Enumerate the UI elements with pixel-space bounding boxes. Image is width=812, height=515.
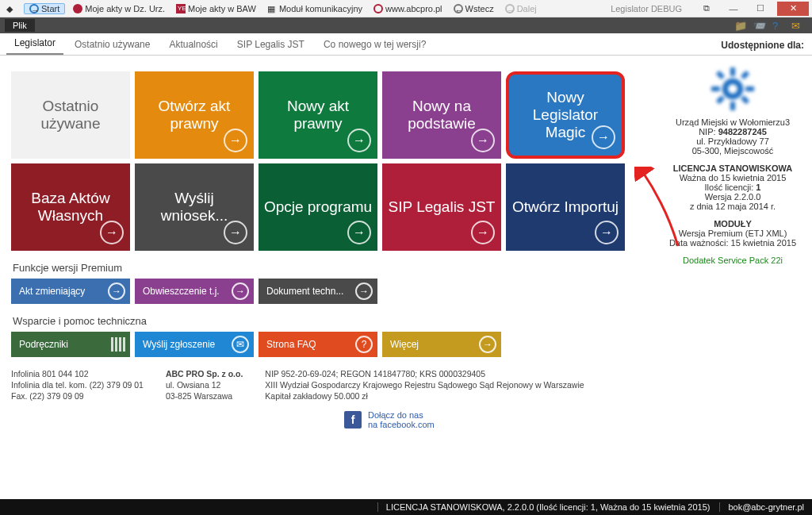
svg-rect-7 xyxy=(741,95,749,104)
nav-modul-kom[interactable]: ▦Moduł komunikacyjny xyxy=(264,3,366,14)
tab-aktualnosci[interactable]: Aktualności xyxy=(161,35,225,55)
tile-nowy-akt[interactable]: Nowy akt prawny→ xyxy=(259,71,377,159)
arrow-icon: → xyxy=(347,129,371,152)
org-addr2: 05-300, Miejscowość xyxy=(660,146,806,156)
status-license: LICENCJA STANOWISKOWA, 2.2.0.0 (Ilość li… xyxy=(377,502,710,512)
company-info: Infolinia 801 044 102 Infolinia dla tel.… xyxy=(11,368,644,402)
shared-for-label: Udostępnione dla: xyxy=(721,40,804,51)
stile-dokument-techn[interactable]: Dokument techn...→ xyxy=(259,279,377,304)
mail-icon: ✉ xyxy=(232,336,249,353)
tile-sip-legalis[interactable]: SIP Legalis JST→ xyxy=(382,163,501,251)
top-toolbar: ◆ → Start Moje akty w Dz. Urz. YEMoje ak… xyxy=(0,0,812,17)
infolinia-fax: Fax. (22) 379 09 09 xyxy=(11,390,144,402)
help-icon: ? xyxy=(355,336,373,353)
org-name: Urząd Miejski w Wołomierzu3 xyxy=(660,117,806,127)
nav-diamond-icon[interactable]: ◆ xyxy=(3,3,19,14)
stile-wiecej[interactable]: Więcej→ xyxy=(382,332,501,357)
arrow-icon: → xyxy=(100,221,124,244)
stile-podreczniki[interactable]: Podręczniki xyxy=(11,332,130,357)
svg-rect-5 xyxy=(745,86,754,91)
modules-header: MODUŁY xyxy=(714,219,752,229)
facebook-icon: f xyxy=(344,411,362,429)
support-heading: Wsparcie i pomoc techniczna xyxy=(13,315,644,327)
toolbar-folder-icon[interactable]: 📁 xyxy=(734,20,745,31)
svg-point-1 xyxy=(728,84,737,94)
arrow-icon: → xyxy=(595,221,619,244)
arrow-icon: → xyxy=(479,336,496,353)
company-capital: Kapitał zakładowy 50.000 zł xyxy=(265,390,584,402)
tab-sip-legalis[interactable]: SIP Legalis JST xyxy=(229,35,312,55)
arrow-icon: → xyxy=(232,282,249,300)
tile-nowy-podstawie[interactable]: Nowy na podstawie→ xyxy=(382,71,501,159)
infolinia-2: Infolinia dla tel. kom. (22) 379 09 01 xyxy=(11,379,144,390)
tile-opcje[interactable]: Opcje programu→ xyxy=(259,163,377,251)
nav-forward: →Dalej xyxy=(502,3,540,14)
svg-rect-6 xyxy=(716,71,725,79)
svg-rect-3 xyxy=(730,102,735,110)
nav-moje-baw[interactable]: YEMoje akty w BAW xyxy=(173,3,259,14)
window-restore-icon[interactable]: ⧉ xyxy=(696,2,717,16)
premium-heading: Funkcje wersji Premium xyxy=(13,262,644,274)
service-pack-link[interactable]: Dodatek Service Pack 22i xyxy=(660,256,806,265)
nav-moje-dz[interactable]: Moje akty w Dz. Urz. xyxy=(70,3,168,14)
tile-otworz-akt[interactable]: Otwórz akt prawny→ xyxy=(135,71,254,159)
company-name: ABC PRO Sp. z o.o. xyxy=(166,369,243,379)
tile-grid: Ostatnio używane Otwórz akt prawny→ Nowy… xyxy=(11,71,644,251)
tile-otworz-importuj[interactable]: Otwórz Importuj→ xyxy=(506,163,625,251)
arrow-icon: → xyxy=(347,221,371,244)
tile-nowy-magic[interactable]: Nowy Legislator Magic→ xyxy=(506,71,625,159)
company-court: XIII Wydział Gospodarczy Krajowego Rejes… xyxy=(265,379,584,390)
nav-back[interactable]: ←Wstecz xyxy=(450,3,497,14)
org-addr1: ul. Przykładowy 77 xyxy=(660,136,806,146)
status-email: bok@abc-grytner.pl xyxy=(719,502,804,512)
arrow-icon: → xyxy=(224,129,247,152)
nav-start-label: Start xyxy=(41,4,59,13)
tile-ostatnio-uzywane[interactable]: Ostatnio używane xyxy=(11,71,130,159)
main-panel: Ostatnio używane Otwórz akt prawny→ Nowy… xyxy=(0,57,653,499)
tab-co-nowego[interactable]: Co nowego w tej wersji? xyxy=(316,35,434,55)
facebook-link[interactable]: f Dołącz do nas na facebook.com xyxy=(344,410,644,429)
license-count: 1 xyxy=(756,183,760,192)
company-addr1: ul. Owsiana 12 xyxy=(166,379,243,390)
svg-rect-9 xyxy=(716,95,725,104)
status-bar: LICENCJA STANOWISKOWA, 2.2.0.0 (Ilość li… xyxy=(0,499,812,515)
menu-file[interactable]: Plik xyxy=(5,19,35,32)
toolbar-mail-icon[interactable]: ✉ xyxy=(791,20,802,31)
org-nip: 9482287245 xyxy=(718,127,767,136)
nav-start[interactable]: → Start xyxy=(24,3,65,14)
arrow-icon: → xyxy=(108,282,125,300)
stile-obwieszczenie[interactable]: Obwieszczenie t.j.→ xyxy=(135,279,254,304)
arrow-icon: → xyxy=(355,282,373,300)
infolinia-1: Infolinia 801 044 102 xyxy=(11,368,144,379)
window-maximize-icon[interactable]: ☐ xyxy=(750,2,771,16)
premium-row: Akt zmieniający→ Obwieszczenie t.j.→ Dok… xyxy=(11,279,644,304)
menu-bar: Plik 📁 📨 ? ✉ xyxy=(0,17,812,33)
gear-icon xyxy=(709,65,756,113)
stile-wyslij-zgloszenie[interactable]: Wyślij zgłoszenie✉ xyxy=(135,332,254,357)
book-icon xyxy=(111,337,125,352)
arrow-icon: → xyxy=(471,129,495,152)
arrow-icon: → xyxy=(592,125,615,149)
arrow-icon: → xyxy=(224,221,247,244)
facebook-line2: na facebook.com xyxy=(368,420,435,429)
stile-faq[interactable]: Strona FAQ? xyxy=(259,332,377,357)
company-ids: NIP 952-20-69-024; REGON 141847780; KRS … xyxy=(265,368,584,379)
support-row: Podręczniki Wyślij zgłoszenie✉ Strona FA… xyxy=(11,332,644,357)
company-addr2: 03-825 Warszawa xyxy=(166,390,243,402)
tile-wyslij-wniosek[interactable]: Wyślij wniosek...→ xyxy=(135,163,254,251)
svg-rect-2 xyxy=(730,67,735,76)
annotation-arrow xyxy=(634,167,690,254)
tab-ostatnio[interactable]: Ostatnio używane xyxy=(67,35,158,55)
toolbar-help-icon[interactable]: ? xyxy=(772,20,783,31)
svg-rect-4 xyxy=(711,86,720,91)
tile-baza-aktow[interactable]: Baza Aktów Własnych→ xyxy=(11,163,130,251)
toolbar-mailbox-icon[interactable]: 📨 xyxy=(753,20,764,31)
stile-akt-zmieniajacy[interactable]: Akt zmieniający→ xyxy=(11,279,130,304)
nav-abcpro[interactable]: www.abcpro.pl xyxy=(370,3,446,14)
side-panel: Urząd Miejski w Wołomierzu3 NIP: 9482287… xyxy=(653,57,812,499)
start-tabs: Legislator Ostatnio używane Aktualności … xyxy=(0,33,812,56)
facebook-line1: Dołącz do nas xyxy=(368,410,435,420)
window-close-icon[interactable]: ✕ xyxy=(777,2,809,16)
tab-legislator[interactable]: Legislator xyxy=(6,33,63,55)
window-minimize-icon[interactable]: — xyxy=(723,2,744,16)
